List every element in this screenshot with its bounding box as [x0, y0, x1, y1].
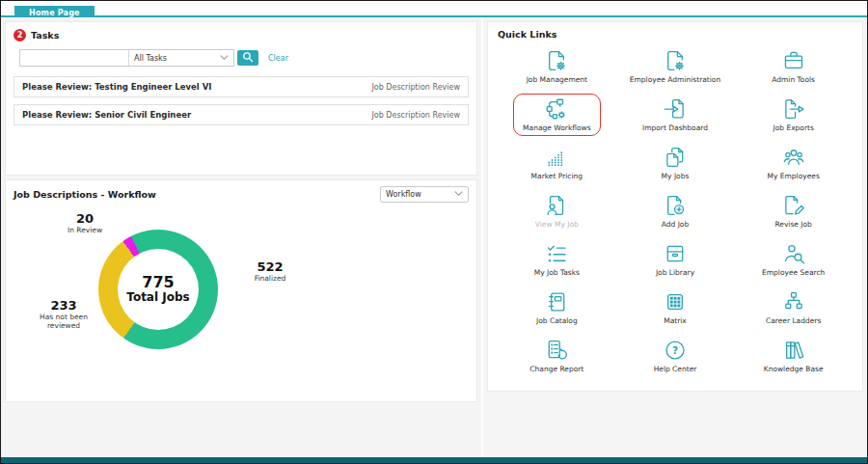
- workflow-header: Job Descriptions - Workflow Workflow: [14, 186, 469, 203]
- quick-link-market-pricing[interactable]: Market Pricing: [498, 139, 616, 187]
- quick-link-label: View My Job: [535, 220, 579, 229]
- quick-link-label: Help Center: [654, 365, 697, 373]
- document-gear-icon: [544, 48, 569, 73]
- task-filter-value: All Tasks: [134, 54, 167, 63]
- task-search-input[interactable]: [20, 50, 128, 64]
- quick-link-career-ladders[interactable]: Career Ladders: [734, 284, 853, 332]
- person-search-icon: [781, 241, 806, 266]
- quick-link-label: My Job Tasks: [534, 268, 580, 277]
- quick-link-add-job[interactable]: Add Job: [616, 187, 735, 235]
- workflow-title: Job Descriptions - Workflow: [14, 189, 156, 200]
- quick-link-label: Matrix: [664, 316, 687, 325]
- quick-link-label: Market Pricing: [531, 172, 583, 180]
- tasks-search-row: All Tasks Clear: [19, 49, 469, 67]
- briefcase-icon: [781, 48, 806, 73]
- quick-link-label: Admin Tools: [772, 75, 815, 84]
- quick-link-label: Employee Administration: [630, 75, 720, 84]
- quick-link-label: Knowledge Base: [764, 365, 824, 373]
- total-jobs-label: Total Jobs: [126, 290, 189, 304]
- quick-link-view-my-job[interactable]: View My Job: [498, 187, 616, 235]
- segment-label-in-review: 20 In Review: [48, 212, 122, 235]
- donut-ring: 775 Total Jobs: [98, 230, 218, 349]
- quick-link-my-employees[interactable]: My Employees: [734, 139, 853, 187]
- quick-link-admin-tools[interactable]: Admin Tools: [734, 42, 853, 91]
- finalized-label: Finalized: [233, 275, 307, 284]
- quick-link-employee-search[interactable]: Employee Search: [734, 235, 853, 284]
- quick-link-import-dashboard[interactable]: Import Dashboard: [616, 91, 735, 139]
- main-content: 2 Tasks All Tasks: [1, 17, 867, 457]
- task-row[interactable]: Please Review: Testing Engineer Level VI…: [14, 76, 469, 97]
- left-panel: 2 Tasks All Tasks: [1, 17, 481, 457]
- quick-link-revise-job[interactable]: Revise Job: [734, 187, 853, 235]
- clear-link[interactable]: Clear: [268, 54, 288, 63]
- dot-chart-icon: [544, 145, 569, 170]
- finalized-value: 522: [233, 260, 307, 275]
- report-refresh-icon: [544, 338, 569, 363]
- not-reviewed-value: 233: [25, 299, 102, 314]
- quick-link-job-management[interactable]: Job Management: [498, 42, 616, 91]
- quick-link-label: Add Job: [662, 220, 689, 229]
- quick-link-label: Employee Search: [762, 268, 825, 277]
- quick-link-label: Job Management: [527, 75, 587, 84]
- quick-link-my-jobs[interactable]: My Jobs: [616, 139, 735, 187]
- quick-links-title: Quick Links: [498, 29, 853, 40]
- checklist-icon: [544, 241, 569, 266]
- svg-text:?: ?: [672, 344, 678, 356]
- quick-link-label: Manage Workflows: [523, 123, 591, 132]
- quick-link-manage-workflows[interactable]: Manage Workflows: [498, 91, 616, 139]
- donut-center-label: 775 Total Jobs: [98, 230, 218, 349]
- tasks-count-badge: 2: [14, 29, 26, 41]
- quick-link-help-center[interactable]: ?Help Center: [616, 332, 735, 380]
- quick-link-knowledge-base[interactable]: Knowledge Base: [734, 332, 853, 380]
- in-review-label: In Review: [48, 227, 122, 235]
- chevron-down-icon: [454, 190, 463, 199]
- quick-links-grid: Job ManagementEmployee AdministrationAdm…: [498, 42, 853, 380]
- task-row[interactable]: Please Review: Senior Civil Engineer Job…: [14, 104, 469, 125]
- books-icon: [781, 338, 806, 363]
- tasks-panel: 2 Tasks All Tasks: [5, 21, 477, 176]
- quick-link-label: Job Library: [656, 268, 694, 277]
- not-reviewed-label: Has not been reviewed: [25, 314, 102, 330]
- task-category: Job Description Review: [371, 111, 460, 120]
- task-category: Job Description Review: [371, 83, 460, 92]
- tasks-title: Tasks: [31, 30, 59, 41]
- tab-bar: Home Page: [1, 1, 867, 17]
- task-filter-dropdown[interactable]: All Tasks: [128, 50, 233, 66]
- workflow-filter-dropdown[interactable]: Workflow: [380, 186, 469, 203]
- quick-link-job-library[interactable]: Job Library: [616, 235, 735, 284]
- org-chart-icon: [781, 289, 806, 314]
- search-button[interactable]: [237, 50, 258, 66]
- document-export-icon: [781, 96, 806, 122]
- quick-link-matrix[interactable]: Matrix: [616, 284, 735, 332]
- document-pencil-icon: [781, 193, 806, 218]
- segment-label-not-reviewed: 233 Has not been reviewed: [25, 299, 102, 330]
- chevron-down-icon: [220, 54, 229, 63]
- quick-link-label: Job Catalog: [536, 316, 578, 325]
- quick-link-job-catalog[interactable]: Job Catalog: [498, 284, 616, 332]
- donut-chart: 775 Total Jobs 20 In Review 522 Finalize…: [14, 205, 469, 393]
- documents-icon: [663, 145, 688, 170]
- question-circle-icon: ?: [663, 338, 688, 363]
- search-box: All Tasks: [19, 49, 234, 67]
- task-title: Please Review: Testing Engineer Level VI: [22, 82, 211, 92]
- total-jobs-value: 775: [142, 275, 174, 291]
- in-review-value: 20: [48, 212, 122, 227]
- card-file-icon: [663, 241, 688, 266]
- document-import-icon: [663, 96, 688, 122]
- quick-link-label: Import Dashboard: [642, 123, 708, 132]
- right-panel: Quick Links Job ManagementEmployee Admin…: [483, 17, 867, 457]
- task-title: Please Review: Senior Civil Engineer: [22, 110, 191, 120]
- catalog-binder-icon: [544, 289, 569, 314]
- people-group-icon: [781, 145, 806, 170]
- segment-label-finalized: 522 Finalized: [233, 260, 307, 284]
- quick-link-label: Career Ladders: [766, 316, 821, 325]
- search-icon: [242, 51, 254, 66]
- quick-link-change-report[interactable]: Change Report: [498, 332, 616, 380]
- tasks-header: 2 Tasks: [14, 29, 469, 41]
- quick-link-job-exports[interactable]: Job Exports: [734, 91, 853, 139]
- grid-matrix-icon: [663, 289, 688, 314]
- quick-link-my-job-tasks[interactable]: My Job Tasks: [498, 235, 616, 284]
- quick-link-employee-administration[interactable]: Employee Administration: [616, 42, 735, 91]
- workflow-gear-icon: [544, 96, 569, 122]
- document-gear-icon: [663, 48, 688, 73]
